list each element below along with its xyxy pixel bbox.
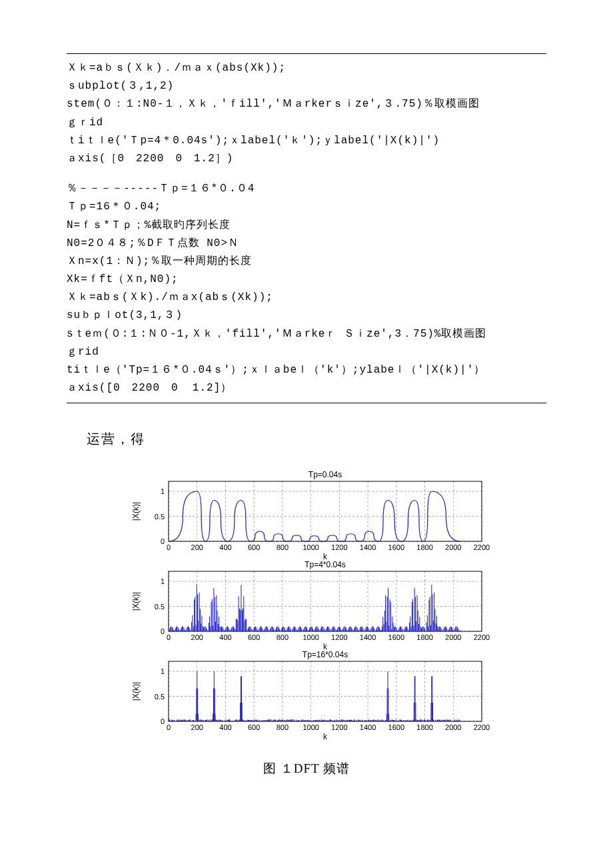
svg-text:Tp=16*0.04s: Tp=16*0.04s — [302, 650, 347, 659]
svg-text:1800: 1800 — [416, 633, 432, 641]
code-line: ｔiｔｌe('Ｔp=4＊0.04s');ｘlabel('ｋ');ｙlabel('… — [67, 132, 546, 150]
svg-text:1400: 1400 — [359, 543, 375, 551]
svg-text:2000: 2000 — [445, 633, 461, 641]
svg-text:0: 0 — [160, 537, 164, 545]
svg-text:1400: 1400 — [359, 723, 375, 731]
figure-caption: 图 １DFT 频谱 — [263, 760, 350, 777]
svg-text:2000: 2000 — [445, 543, 461, 551]
figure-1: Tp=0.04s02004006008001000120014001600180… — [67, 468, 546, 777]
svg-text:0: 0 — [166, 633, 170, 641]
svg-text:1800: 1800 — [416, 723, 432, 731]
svg-text:1: 1 — [160, 667, 164, 675]
svg-text:1000: 1000 — [303, 633, 318, 641]
svg-text:2200: 2200 — [473, 633, 489, 641]
charts-svg: Tp=0.04s02004006008001000120014001600180… — [119, 468, 495, 748]
svg-text:0: 0 — [160, 717, 164, 725]
code-line: Ｘｋ=abｓ(Ｘk)./ｍａx(abｓ(Xk)); — [67, 289, 546, 307]
svg-text:800: 800 — [276, 543, 288, 551]
svg-text:|X(k)|: |X(k)| — [131, 502, 141, 521]
svg-text:0: 0 — [160, 627, 164, 635]
svg-text:1400: 1400 — [359, 633, 375, 641]
svg-text:400: 400 — [219, 543, 231, 551]
paragraph-text: 运营，得 — [87, 430, 546, 448]
svg-text:2200: 2200 — [473, 723, 489, 731]
svg-rect-1 — [169, 481, 482, 541]
svg-text:1: 1 — [160, 577, 164, 585]
svg-text:1600: 1600 — [388, 543, 404, 551]
code-line: ｇｒid — [67, 114, 546, 132]
svg-text:800: 800 — [276, 723, 288, 731]
code-line: ａxis(［0 2200 0 1.2］) — [67, 150, 546, 168]
code-line: suｂｐｌot(3,1,３) — [67, 307, 546, 325]
svg-text:Tp=0.04s: Tp=0.04s — [308, 470, 341, 479]
svg-rect-411 — [169, 661, 482, 721]
svg-text:|X(k)|: |X(k)| — [131, 592, 141, 611]
svg-text:600: 600 — [248, 723, 260, 731]
svg-text:0.5: 0.5 — [154, 513, 164, 521]
code-line: N0=2０４８;％DＦＴ点数 N0>Ｎ — [67, 235, 546, 253]
code-line: Xk=ｆft（Ｘn,N0); — [67, 271, 546, 289]
code-line: Ｔｐ=16＊０.04; — [67, 198, 546, 216]
svg-text:Tp=4*0.04s: Tp=4*0.04s — [305, 560, 346, 569]
code-line: ｇrid — [67, 343, 546, 361]
svg-text:1200: 1200 — [331, 543, 347, 551]
code-line: stem(０：１:N0-１，Ｘｋ，'ｆill','Ｍａrkerｓｉze',３.7… — [67, 95, 546, 113]
svg-text:2000: 2000 — [445, 723, 461, 731]
svg-text:0: 0 — [166, 543, 170, 551]
code-line: ａxis([0 2200 0 1.2]） — [67, 379, 546, 397]
code-line: tiｔｌe（'Tp=１６*０.04ｓ'）;ｘｌａbeｌ（'k'）;ylabeｌ（… — [67, 361, 546, 379]
code-line: Ｘｋ=aｂｓ(Ｘｋ)．/ｍａｘ(abs(Xk)); — [67, 59, 546, 77]
svg-text:1200: 1200 — [331, 723, 347, 731]
svg-text:200: 200 — [191, 723, 203, 731]
svg-text:400: 400 — [219, 633, 231, 641]
code-line: ｓubplot(３,1,2) — [67, 77, 546, 95]
svg-text:1000: 1000 — [303, 543, 318, 551]
svg-text:2200: 2200 — [473, 543, 489, 551]
svg-text:1800: 1800 — [416, 543, 432, 551]
svg-text:1: 1 — [160, 487, 164, 495]
svg-text:400: 400 — [219, 723, 231, 731]
svg-text:800: 800 — [276, 633, 288, 641]
code-block: Ｘｋ=aｂｓ(Ｘｋ)．/ｍａｘ(abs(Xk));ｓubplot(３,1,2)s… — [67, 54, 546, 403]
code-line: ％－－－－-----Ｔｐ=１６*０.０4 — [67, 180, 546, 198]
code-line: N=ｆｓ*Ｔｐ；%截取旳序列长度 — [67, 217, 546, 235]
svg-text:1200: 1200 — [331, 633, 347, 641]
svg-text:|X(k)|: |X(k)| — [131, 682, 141, 701]
svg-text:0.5: 0.5 — [154, 603, 164, 611]
svg-text:1600: 1600 — [388, 633, 404, 641]
svg-text:200: 200 — [191, 633, 203, 641]
code-line: Ｘn=x(1：Ｎ);％取一种周期的长度 — [67, 253, 546, 271]
svg-text:0: 0 — [166, 723, 170, 731]
svg-text:600: 600 — [248, 543, 260, 551]
code-line: sｔeｍ(０:１:Ｎ０-1,Ｘｋ，'fill','Ｍａrkeｒ Ｓｉze',3．… — [67, 325, 546, 343]
svg-text:200: 200 — [191, 543, 203, 551]
svg-text:1600: 1600 — [388, 723, 404, 731]
svg-text:0.5: 0.5 — [154, 693, 164, 701]
code-line — [67, 168, 546, 180]
svg-text:600: 600 — [248, 633, 260, 641]
svg-text:1000: 1000 — [303, 723, 318, 731]
svg-text:k: k — [323, 732, 328, 741]
